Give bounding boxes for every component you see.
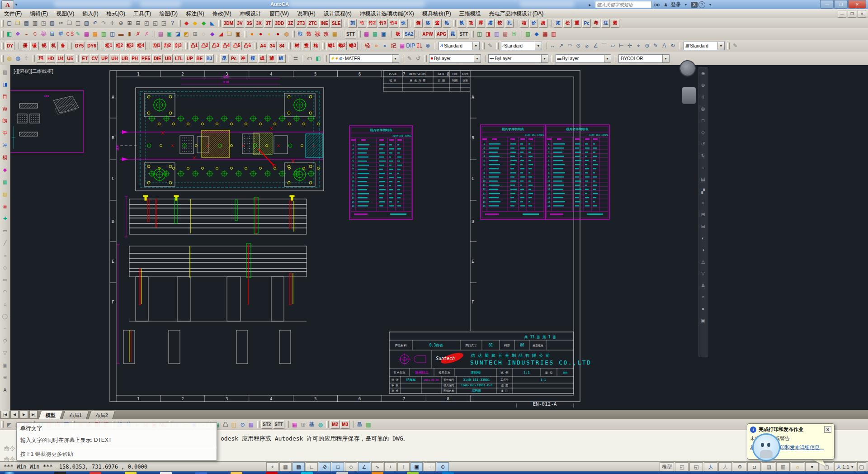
navbar-icon[interactable]: ● (699, 305, 707, 312)
navbar-icon[interactable]: ◑ (699, 246, 707, 253)
toolbar-grip[interactable] (1, 20, 4, 27)
navbar-icon[interactable]: ≡ (699, 199, 707, 206)
toolbar-icon[interactable]: ◌ (199, 30, 208, 38)
taskbar-app-icon[interactable] (160, 472, 172, 474)
toolbar-icon[interactable]: 数 (305, 30, 313, 38)
toolbar-icon[interactable]: ▣ (234, 30, 242, 38)
toolbar-icon[interactable]: ▩ (91, 30, 99, 38)
tab-nav-button[interactable]: |◀ (1, 410, 9, 418)
toolbar-text-button[interactable]: 册 (21, 42, 29, 50)
toolbar-grip[interactable] (352, 421, 354, 428)
status-toggle-button[interactable]: + (384, 462, 396, 471)
palette-icon[interactable]: ▭ (1, 276, 9, 284)
status-toggle-button[interactable]: ∟ (306, 462, 318, 471)
status-toggle-button[interactable]: ∿ (371, 462, 383, 471)
toolbar-grip[interactable] (341, 31, 343, 38)
search-expand-icon[interactable]: ▸ (586, 1, 594, 8)
taskbar-app-icon[interactable] (90, 472, 101, 474)
taskbar-app-icon[interactable] (54, 472, 66, 474)
toolbar-text-button[interactable]: 注 (601, 19, 610, 28)
toolbar-text-button[interactable]: 拓 (554, 19, 562, 28)
toolbar-icon[interactable]: ❒ (14, 19, 22, 27)
toolbar-grip[interactable] (1, 55, 4, 62)
toolbar-icon[interactable]: 架 (39, 30, 48, 38)
toolbar-icon[interactable]: ✎ (651, 42, 660, 50)
toolbar-icon[interactable]: ❐ (65, 19, 74, 27)
toolbar-text-button[interactable]: INE (319, 19, 330, 28)
toolbar-text-button[interactable]: UP (185, 54, 194, 63)
palette-icon[interactable]: ✚ (1, 215, 9, 223)
toolbar-grip[interactable] (288, 55, 290, 62)
menu-item[interactable]: 冲模设计选项功能(XX) (356, 9, 418, 18)
menu-item[interactable]: 插入(I) (78, 9, 102, 18)
palette-icon[interactable]: 朗 (1, 117, 9, 125)
toolbar-icon[interactable]: Ｃ (31, 30, 39, 38)
combo-arrow-icon[interactable]: ▼ (392, 55, 399, 62)
toolbar-icon[interactable]: 轻 (363, 42, 372, 50)
toolbar-text-button[interactable]: 昆 (448, 30, 457, 38)
palette-icon[interactable]: ▥ (1, 68, 9, 76)
palette-icon[interactable]: ◠ (1, 288, 9, 296)
toolbar-icon[interactable]: ▤ (22, 19, 31, 27)
toolbar-grip[interactable] (453, 20, 456, 27)
clean-screen-button[interactable]: ▢ (857, 462, 866, 471)
taskbar-app-icon[interactable] (266, 472, 278, 474)
windows-taskbar[interactable] (0, 471, 868, 474)
toolbar-grip[interactable] (520, 31, 522, 38)
palette-icon[interactable]: 中 (1, 129, 9, 137)
toolbar-text-button[interactable]: 栕1 (104, 42, 114, 50)
taskbar-app-icon[interactable] (301, 472, 313, 474)
navbar-icon[interactable]: ⌂ (699, 164, 707, 171)
toolbar-text-button[interactable]: 蚴3 (348, 42, 358, 50)
navbar-icon[interactable]: ▽ (699, 270, 707, 277)
mdi-window-button[interactable]: — (838, 10, 846, 18)
status-toggle-button[interactable]: ‖ (397, 462, 410, 471)
toolbar-text-button[interactable]: 机 (49, 42, 58, 50)
toolbar-text-button[interactable]: 鸾 (433, 19, 442, 28)
tab-nav-button[interactable]: ◀ (10, 410, 19, 418)
toolbar-grip[interactable] (551, 55, 553, 62)
toolbar-icon[interactable]: ▧ (524, 30, 532, 38)
status-icon-button[interactable]: ☼ (791, 462, 804, 471)
navbar-icon[interactable]: ✛ (699, 93, 707, 100)
toolbar-text-button[interactable]: 冲 (239, 54, 248, 63)
toolbar-text-button[interactable]: 考 (592, 19, 600, 28)
toolbar-icon[interactable]: 乱 (415, 42, 424, 50)
toolbar-icon[interactable]: ▤ (501, 30, 509, 38)
toolbar-icon[interactable]: ▦ (541, 30, 549, 38)
toolbar-text-button[interactable]: SA2 (403, 30, 415, 38)
taskbar-app-icon[interactable] (231, 472, 242, 474)
toolbar-text-button[interactable]: STT (458, 30, 469, 38)
toolbar-grip[interactable] (76, 55, 79, 62)
toolbar-icon[interactable]: ▥ (31, 19, 39, 27)
steering-wheel-icon[interactable] (679, 60, 696, 76)
toolbar-icon[interactable]: ◨ (484, 30, 492, 38)
status-icon-button[interactable]: 人 (704, 462, 717, 471)
navbar-icon[interactable]: ↺ (699, 140, 707, 147)
toolbar-text-button[interactable]: 凸3 (211, 42, 221, 50)
toolbar-text-button[interactable]: 组 (277, 54, 286, 63)
palette-icon[interactable]: 冲 (1, 142, 9, 149)
toolbar-icon[interactable]: ∠ (591, 42, 600, 50)
toolbar-grip[interactable] (417, 31, 419, 38)
toolbar-grip[interactable] (614, 55, 616, 62)
toolbar-icon[interactable]: 改 (322, 30, 330, 38)
status-toggle-button[interactable]: ≡ (424, 462, 436, 471)
toolbar-text-button[interactable]: UB (164, 54, 173, 63)
restore-button[interactable]: ❐ (834, 0, 848, 9)
toolbar-text-button[interactable]: 钻 (443, 19, 451, 28)
app-menu-button[interactable]: A (1, 0, 14, 9)
viewport-label[interactable]: [-][俯视][二维线框] (14, 68, 53, 75)
toolbar-text-button[interactable]: 辅 (268, 54, 276, 63)
toolbar-text-button[interactable]: 搜 (302, 42, 311, 50)
toolbar-text-button[interactable]: 凸6 (243, 42, 253, 50)
combo-arrow-icon[interactable]: ▼ (604, 55, 611, 62)
menu-item[interactable]: 绘图(D) (155, 9, 182, 18)
toolbar-text-button[interactable]: 铰 (495, 19, 504, 28)
toolbar-icon[interactable]: ✛ (626, 42, 634, 50)
toolbar-icon[interactable]: ◍ (282, 30, 291, 38)
toolbar-grip[interactable] (326, 421, 329, 428)
login-caret-icon[interactable]: ▼ (682, 1, 690, 8)
toolbar-icon[interactable]: ↶ (91, 19, 99, 27)
toolbar-text-button[interactable]: 刮3 (173, 42, 183, 50)
